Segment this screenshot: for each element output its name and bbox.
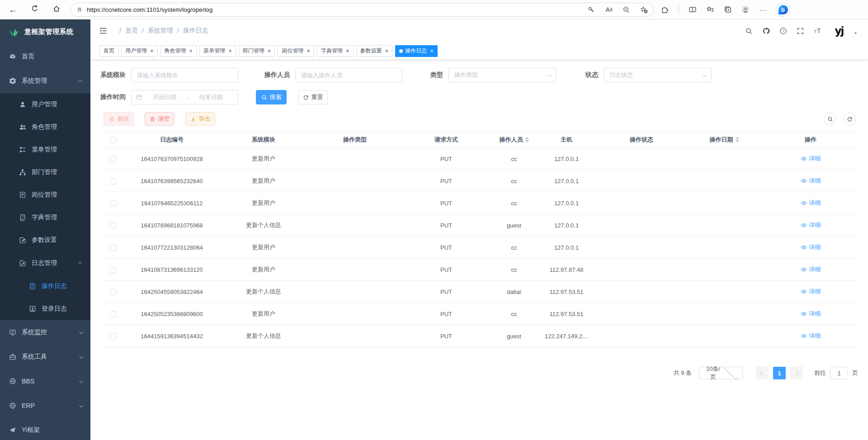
sort-icon[interactable] — [736, 137, 739, 142]
detail-link[interactable]: 详细 — [801, 177, 821, 185]
row-checkbox[interactable] — [110, 333, 116, 340]
avatar[interactable]: yj — [831, 23, 847, 38]
status-select[interactable]: 日志状态 — [604, 68, 712, 82]
sidebar-item[interactable]: 菜单管理 — [0, 138, 90, 161]
sidebar-item[interactable]: ERP — [0, 393, 90, 418]
select-all-checkbox[interactable] — [110, 137, 116, 143]
reload-icon[interactable] — [31, 5, 39, 13]
close-icon[interactable]: × — [430, 48, 434, 54]
delete-button[interactable]: 删除 — [104, 112, 134, 126]
breadcrumb-item[interactable]: / 系统管理 — [138, 27, 173, 35]
row-checkbox[interactable] — [110, 178, 116, 185]
close-icon[interactable]: × — [228, 48, 232, 54]
sidebar-item[interactable]: 系统监控 — [0, 320, 90, 345]
module-input[interactable] — [131, 68, 238, 82]
page-tab[interactable]: 岗位管理 × — [278, 45, 314, 57]
goto-page-input[interactable] — [830, 367, 848, 379]
collections-icon[interactable] — [724, 5, 732, 14]
date-range-picker[interactable]: 开始日期 - 结束日期 — [131, 90, 238, 104]
sidebar-item[interactable]: 岗位管理 — [0, 184, 90, 206]
favorites-icon[interactable] — [706, 5, 714, 14]
detail-link[interactable]: 详细 — [801, 243, 821, 251]
sidebar-item[interactable]: 系统工具 — [0, 345, 90, 369]
row-checkbox[interactable] — [110, 222, 116, 229]
page-tab[interactable]: 部门管理 × — [239, 45, 275, 57]
sidebar-item[interactable]: 用户管理 — [0, 93, 90, 116]
bing-chat-icon[interactable]: b — [777, 3, 789, 16]
clear-button[interactable]: 清空 — [145, 112, 175, 126]
read-aloud-icon[interactable] — [605, 6, 613, 14]
hamburger-icon[interactable] — [99, 26, 108, 35]
detail-link[interactable]: 详细 — [801, 288, 821, 296]
detail-link[interactable]: 详细 — [801, 265, 821, 274]
close-icon[interactable]: × — [307, 48, 310, 54]
toggle-search-button[interactable] — [824, 113, 836, 125]
reset-button[interactable]: 重置 — [298, 90, 328, 104]
close-icon[interactable]: × — [268, 48, 271, 54]
prev-page-button[interactable] — [756, 367, 769, 379]
status-label: 状态 — [585, 71, 598, 79]
close-icon[interactable]: × — [189, 48, 193, 54]
sidebar-item[interactable]: 系统管理 — [0, 69, 90, 93]
split-screen-icon[interactable] — [689, 5, 697, 14]
url-text[interactable]: https://ccnetcore.com:1101/system/log/op… — [87, 6, 587, 13]
page-tab[interactable]: 首页 × — [99, 45, 118, 57]
breadcrumb-item[interactable]: / 首页 — [115, 27, 138, 35]
home-icon[interactable] — [52, 5, 61, 13]
sidebar-item[interactable]: 角色管理 — [0, 116, 90, 138]
close-icon[interactable]: × — [346, 48, 349, 54]
operator-input[interactable] — [295, 68, 402, 82]
page-size-select[interactable]: 10条/页 — [699, 367, 743, 379]
address-bar[interactable]: https://ccnetcore.com:1101/system/log/op… — [71, 3, 654, 17]
page-tab[interactable]: 操作日志 × — [395, 45, 438, 57]
fullscreen-icon[interactable] — [797, 27, 804, 35]
more-icon[interactable]: ··· — [759, 6, 767, 14]
sidebar-item[interactable]: 字典管理 — [0, 206, 90, 229]
export-button[interactable]: 导出 — [185, 112, 215, 126]
profile-icon[interactable] — [741, 5, 750, 14]
sidebar-item[interactable]: 首页 — [0, 44, 90, 69]
back-icon[interactable]: ← — [8, 5, 18, 14]
detail-link[interactable]: 详细 — [801, 155, 821, 163]
sort-icon[interactable] — [525, 137, 529, 142]
detail-link[interactable]: 详细 — [801, 199, 821, 207]
page-tab[interactable]: 字典管理 × — [317, 45, 354, 57]
row-checkbox[interactable] — [110, 289, 116, 295]
search-icon[interactable] — [745, 27, 753, 35]
sidebar-item[interactable]: 操作日志 — [0, 275, 90, 298]
close-icon[interactable]: × — [150, 48, 154, 54]
extensions-icon[interactable] — [661, 5, 669, 14]
key-icon[interactable] — [587, 6, 595, 14]
sidebar-item[interactable]: 日志管理 — [0, 251, 90, 275]
page-tab[interactable]: 角色管理 × — [160, 45, 197, 57]
add-favorite-icon[interactable] — [640, 6, 648, 14]
close-icon[interactable]: × — [385, 48, 389, 54]
help-icon[interactable]: ? — [779, 27, 787, 35]
detail-link[interactable]: 详细 — [801, 332, 821, 340]
row-checkbox[interactable] — [110, 156, 116, 162]
search-button[interactable]: 搜索 — [256, 90, 287, 104]
current-page-button[interactable]: 1 — [773, 367, 786, 379]
github-icon[interactable] — [762, 27, 770, 35]
sidebar-item[interactable]: 登录日志 — [0, 298, 90, 320]
font-size-icon[interactable]: TT — [814, 27, 821, 35]
page-tab[interactable]: 参数设置 × — [356, 45, 393, 57]
zoom-out-icon[interactable] — [623, 6, 630, 14]
type-select[interactable]: 操作类型 — [448, 68, 557, 82]
detail-link[interactable]: 详细 — [801, 310, 821, 318]
row-checkbox[interactable] — [110, 245, 116, 251]
breadcrumb-item[interactable]: / 操作日志 — [173, 27, 208, 35]
sidebar-item[interactable]: 部门管理 — [0, 161, 90, 184]
sidebar-item[interactable]: 参数设置 — [0, 229, 90, 251]
refresh-table-button[interactable] — [843, 113, 856, 125]
caret-down-icon[interactable] — [853, 31, 858, 36]
sidebar-item[interactable]: BBS — [0, 369, 90, 393]
next-page-button[interactable] — [790, 367, 803, 379]
sidebar-item[interactable]: Yi框架 — [0, 418, 90, 440]
row-checkbox[interactable] — [110, 311, 116, 317]
detail-link[interactable]: 详细 — [801, 221, 821, 229]
page-tab[interactable]: 菜单管理 × — [199, 45, 236, 57]
row-checkbox[interactable] — [110, 200, 116, 207]
page-tab[interactable]: 用户管理 × — [121, 45, 158, 57]
row-checkbox[interactable] — [110, 267, 116, 273]
